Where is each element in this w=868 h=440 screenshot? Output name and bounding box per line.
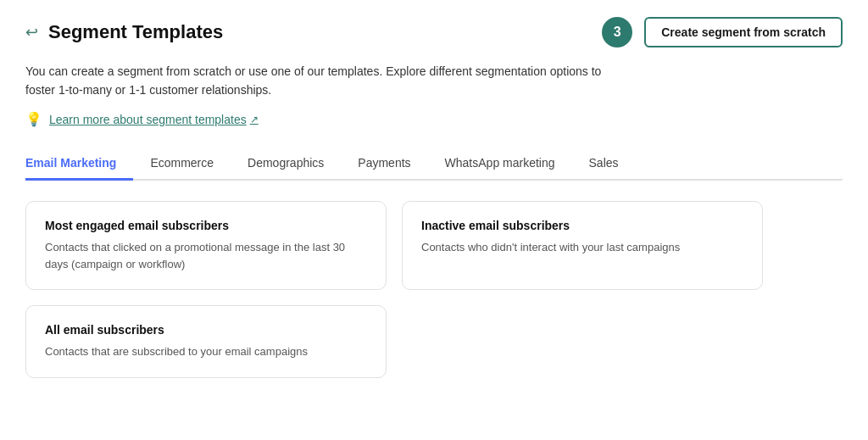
page-description: You can create a segment from scratch or… (25, 63, 602, 99)
header-left: ↩ Segment Templates (25, 21, 223, 43)
card-title-2: All email subscribers (45, 323, 367, 337)
card-desc-1: Contacts who didn't interact with your l… (421, 239, 743, 256)
tabs-bar: Email MarketingEcommerceDemographicsPaym… (25, 148, 843, 181)
card-desc-2: Contacts that are subscribed to your ema… (45, 343, 367, 360)
back-icon[interactable]: ↩ (25, 23, 38, 42)
bulb-icon: 💡 (25, 111, 42, 127)
tab-whatsapp-marketing[interactable]: WhatsApp marketing (428, 148, 572, 181)
external-link-icon: ↗ (250, 114, 259, 125)
segment-card-1[interactable]: Inactive email subscribersContacts who d… (402, 201, 763, 290)
card-title-1: Inactive email subscribers (421, 219, 743, 232)
step-badge: 3 (602, 17, 632, 47)
learn-more-row: 💡 Learn more about segment templates ↗ (25, 111, 843, 127)
card-title-0: Most engaged email subscribers (45, 219, 367, 232)
learn-more-label: Learn more about segment templates (49, 113, 247, 126)
segment-card-2[interactable]: All email subscribersContacts that are s… (25, 305, 387, 378)
segment-card-0[interactable]: Most engaged email subscribersContacts t… (25, 201, 387, 290)
tab-ecommerce[interactable]: Ecommerce (133, 148, 231, 181)
tab-payments[interactable]: Payments (341, 148, 427, 181)
card-desc-0: Contacts that clicked on a promotional m… (45, 239, 367, 272)
tab-sales[interactable]: Sales (572, 148, 636, 181)
cards-grid: Most engaged email subscribersContacts t… (25, 201, 763, 378)
page-title: Segment Templates (48, 21, 223, 43)
page-header: ↩ Segment Templates 3 Create segment fro… (25, 17, 843, 47)
tab-demographics[interactable]: Demographics (231, 148, 341, 181)
header-right: 3 Create segment from scratch (602, 17, 843, 47)
create-segment-button[interactable]: Create segment from scratch (644, 17, 843, 47)
tab-email-marketing[interactable]: Email Marketing (25, 148, 133, 181)
learn-more-link[interactable]: Learn more about segment templates ↗ (49, 113, 259, 126)
